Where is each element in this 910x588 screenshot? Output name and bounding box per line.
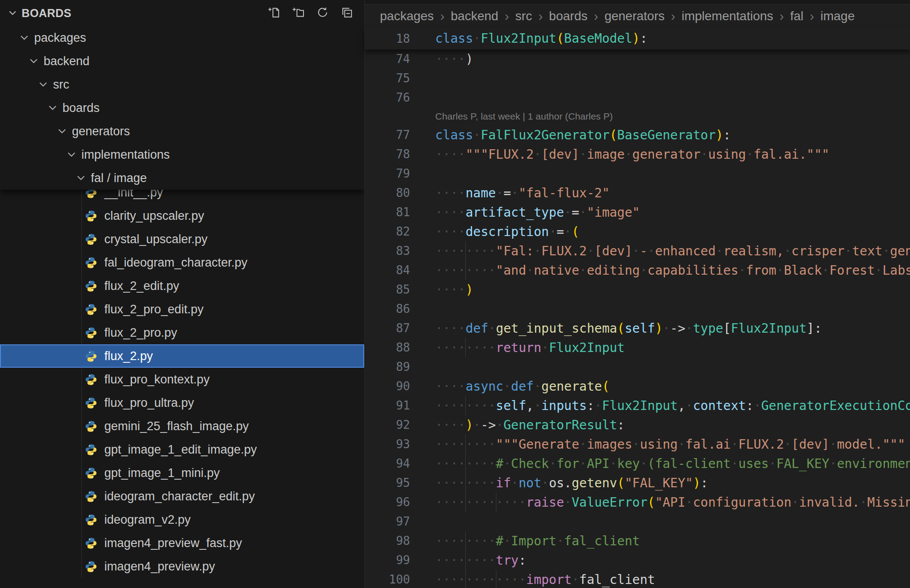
code-line[interactable]: 93········"""Generate·images·using·fal.a… [365,435,910,454]
code-line[interactable]: 18class·Flux2Input(BaseModel): [365,28,910,49]
tree-file-ideogram_character_edit.py[interactable]: ideogram_character_edit.py [0,485,364,508]
explorer-toolbar [265,4,355,22]
code-line[interactable]: 96············raise·ValueError("API·conf… [365,493,910,512]
code-line[interactable]: 100············import·fal_client [365,570,910,588]
code-line[interactable]: 85····) [365,280,910,299]
code-line[interactable]: 97 [365,512,910,531]
file-label: gemini_25_flash_image.py [104,419,249,433]
code-line[interactable]: 80····name·=·"fal-flux-2" [365,183,910,203]
refresh-icon [316,6,329,21]
indent-guide [465,338,466,357]
line-number: 91 [365,396,435,415]
code-line[interactable]: 77class·FalFlux2Generator(BaseGenerator)… [365,125,910,145]
code-line-content: ············import·fal_client [435,570,910,588]
tree-file-gemini_25_flash_image.py[interactable]: gemini_25_flash_image.py [0,414,364,438]
breadcrumb-item[interactable]: implementations [682,9,773,23]
python-file-icon [85,467,98,480]
editor-pane: packages›backend›src›boards›generators›i… [364,0,910,588]
new-file-button[interactable] [265,4,282,22]
code-line[interactable]: 81····artifact_type·=·"image" [365,203,910,222]
code-line-content: ····"""FLUX.2·[dev]·image·generator·usin… [435,145,910,164]
tree-file-clarity_upscaler.py[interactable]: clarity_upscaler.py [0,204,364,227]
file-label: clarity_upscaler.py [104,209,204,223]
tree-file-gpt_image_1_mini.py[interactable]: gpt_image_1_mini.py [0,461,364,485]
breadcrumb-item[interactable]: boards [549,9,588,23]
breadcrumb-item[interactable]: fal [790,9,803,23]
tree-file-imagen4_preview_fast.py[interactable]: imagen4_preview_fast.py [0,531,364,555]
code-line[interactable]: 89 [365,357,910,377]
code-line[interactable]: 91········self,·inputs:·Flux2Input,·cont… [365,396,910,415]
tree-folder-src[interactable]: src [0,73,364,96]
chevron-down-icon [28,55,40,67]
code-line-content: ········try: [435,551,910,570]
line-number: 98 [365,531,435,551]
tree-file-flux_2_pro_edit.py[interactable]: flux_2_pro_edit.py [0,298,364,321]
tree-file-flux_pro_kontext.py[interactable]: flux_pro_kontext.py [0,368,364,391]
chevron-down-icon [66,149,77,160]
tree-file-flux_2_edit.py[interactable]: flux_2_edit.py [0,274,364,298]
tree-file-crystal_upscaler.py[interactable]: crystal_upscaler.py [0,227,364,251]
file-label: flux_2_pro_edit.py [104,303,204,316]
tree-file-imagen4_preview.py[interactable]: imagen4_preview.py [0,555,364,578]
tree-file-fal_ideogram_character.py[interactable]: fal_ideogram_character.py [0,251,364,274]
breadcrumb-item[interactable]: src [515,9,532,23]
folder-label: implementations [81,148,170,162]
python-file-icon [85,256,98,269]
tree-file-ideogram_v2.py[interactable]: ideogram_v2.py [0,508,364,531]
tree-folder-packages[interactable]: packages [0,26,364,49]
line-number: 97 [365,512,435,531]
refresh-button[interactable] [314,4,331,22]
code-line-content: ········#·Import·fal_client [435,531,910,551]
code-line[interactable]: 83········"Fal:·FLUX.2·[dev]·-·enhanced·… [365,241,910,261]
code-line[interactable]: 95········if·not·os.getenv("FAL_KEY"): [365,473,910,493]
tree-file-flux_2_pro.py[interactable]: flux_2_pro.py [0,321,364,344]
code-line[interactable]: 94········#·Check·for·API·key·(fal-clien… [365,454,910,473]
tree-folder-fal-image[interactable]: fal / image [0,166,364,190]
code-line[interactable]: 74····) [365,49,910,69]
tree-file-flux_pro_ultra.py[interactable]: flux_pro_ultra.py [0,391,364,414]
breadcrumb-item[interactable]: image [821,9,855,23]
code-editor[interactable]: 74····)7576Charles P, last week | 1 auth… [365,49,910,588]
breadcrumb-item[interactable]: packages [380,9,434,23]
breadcrumb-separator: › [780,9,784,24]
indent-guide [465,570,466,588]
line-number: 81 [365,203,435,222]
tree-file-gpt_image_1_edit_image.py[interactable]: gpt_image_1_edit_image.py [0,438,364,461]
breadcrumb-item[interactable]: generators [604,9,665,23]
indent-guide [465,241,466,261]
collapse-all-button[interactable] [338,4,355,22]
code-line[interactable]: 98········#·Import·fal_client [365,531,910,551]
breadcrumb-item[interactable]: backend [451,9,499,23]
code-line-content: ········self,·inputs:·Flux2Input,·contex… [435,396,910,415]
tree-file-flux_2.py[interactable]: flux_2.py [0,344,364,368]
file-label: imagen4_preview.py [104,560,215,574]
tree-file-list: __init__.pyclarity_upscaler.pycrystal_up… [0,181,364,578]
code-line[interactable]: 78····"""FLUX.2·[dev]·image·generator·us… [365,145,910,164]
code-line[interactable]: 84········"and·native·editing·capabiliti… [365,261,910,280]
python-file-icon [85,326,98,339]
python-file-icon [85,560,98,573]
sticky-scroll-line[interactable]: 18class·Flux2Input(BaseModel): [365,28,910,49]
tree-folder-backend[interactable]: backend [0,49,364,73]
chevron-down-icon [47,102,58,114]
line-number: 93 [365,435,435,454]
line-number: 92 [365,415,435,435]
code-line[interactable]: 75 [365,69,910,88]
code-line[interactable]: 99········try: [365,551,910,570]
code-line[interactable]: 76 [365,88,910,107]
tree-folder-boards[interactable]: boards [0,96,364,120]
git-blame-codelens[interactable]: Charles P, last week | 1 author (Charles… [365,107,910,125]
code-line[interactable]: 87····def·get_input_schema(self)·->·type… [365,319,910,338]
indent-guide [465,493,466,512]
code-line[interactable]: 92····)·->·GeneratorResult: [365,415,910,435]
code-line[interactable]: 90····async·def·generate( [365,377,910,396]
indent-guide [496,570,496,588]
tree-folder-implementations[interactable]: implementations [0,143,364,166]
explorer-sidebar: BOARDS packagesbackendsrcboardsgenerator… [0,0,364,588]
code-line[interactable]: 79 [365,164,910,183]
code-line[interactable]: 86 [365,299,910,319]
tree-folder-generators[interactable]: generators [0,120,364,143]
new-folder-button[interactable] [290,4,307,22]
code-line[interactable]: 82····description·=·( [365,222,910,241]
code-line[interactable]: 88········return·Flux2Input [365,338,910,357]
